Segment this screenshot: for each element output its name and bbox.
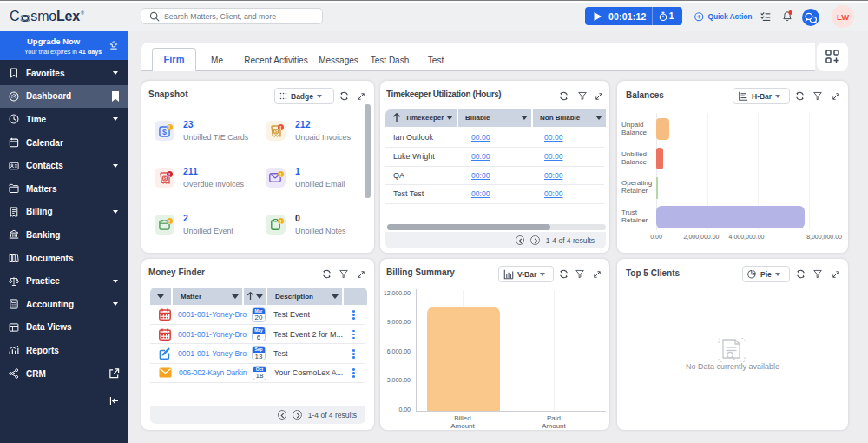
svg-text:$: $ <box>162 128 167 136</box>
svg-text:$: $ <box>163 175 166 181</box>
svg-text:$: $ <box>274 129 277 134</box>
